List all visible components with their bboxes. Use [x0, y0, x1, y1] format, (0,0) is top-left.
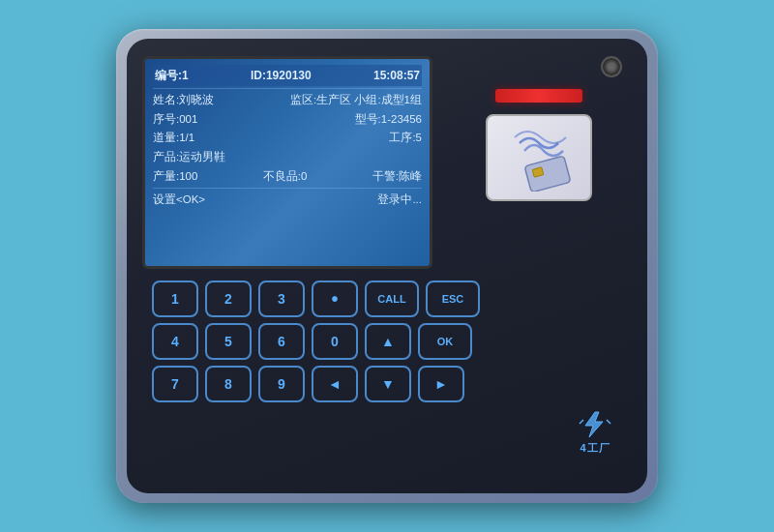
key-down[interactable]: ▼	[365, 366, 411, 402]
key-7[interactable]: 7	[152, 366, 198, 402]
screen-process: 工序:5	[389, 129, 422, 148]
screen-defect: 不良品:0	[263, 167, 308, 187]
keypad-row-3: 7 8 9 ◄ ▼ ►	[152, 366, 622, 402]
screen-row-1: 编号:1 ID:1920130 15:08:57	[153, 65, 422, 86]
key-dot[interactable]: •	[312, 281, 358, 317]
brand-text-label: 4工厂	[580, 441, 610, 456]
svg-line-4	[607, 420, 610, 424]
card-reader-inner	[500, 124, 578, 192]
screen-product: 产品:运动男鞋	[153, 148, 225, 167]
key-1[interactable]: 1	[152, 281, 198, 317]
red-indicator-strip	[495, 89, 582, 103]
right-panel	[446, 56, 632, 201]
brand-icon-svg	[578, 410, 612, 439]
device-outer: 编号:1 ID:1920130 15:08:57 姓名:刘晓波 监区:生产区 小…	[116, 29, 658, 503]
key-call[interactable]: CALL	[365, 281, 419, 317]
svg-rect-0	[524, 156, 571, 192]
screen-seq: 序号:001	[153, 110, 197, 130]
key-5[interactable]: 5	[205, 323, 252, 360]
screen-row-4: 道量:1/1 工序:5	[153, 129, 422, 148]
key-4[interactable]: 4	[152, 323, 198, 360]
screen-output: 产量:100	[153, 167, 197, 187]
camera-lens	[601, 56, 622, 77]
keypad-row-2: 4 5 6 0 ▲ OK	[152, 323, 622, 360]
svg-marker-2	[585, 412, 603, 437]
lcd-screen: 编号:1 ID:1920130 15:08:57 姓名:刘晓波 监区:生产区 小…	[142, 56, 432, 269]
screen-id-num: 编号:1	[155, 66, 189, 85]
key-esc[interactable]: ESC	[426, 281, 480, 317]
screen-name: 姓名:刘晓波	[153, 91, 214, 110]
key-ok[interactable]: OK	[418, 323, 472, 360]
key-0[interactable]: 0	[312, 323, 358, 360]
keypad-row-1: 1 2 3 • CALL ESC	[152, 281, 622, 317]
screen-row-6: 产量:100 不良品:0 干警:陈峰	[153, 167, 422, 187]
brand-logo: 4工厂	[578, 410, 612, 456]
screen-area: 监区:生产区 小组:成型1组	[290, 91, 422, 110]
card-reader	[486, 114, 592, 201]
key-right[interactable]: ►	[418, 366, 464, 402]
key-6[interactable]: 6	[258, 323, 305, 360]
screen-guard: 干警:陈峰	[372, 167, 422, 187]
screen-row-7: 设置<OK> 登录中...	[153, 191, 422, 210]
screen-model: 型号:1-23456	[355, 110, 422, 130]
svg-line-3	[580, 420, 583, 424]
screen-time: 15:08:57	[373, 66, 420, 85]
screen-id: ID:1920130	[251, 66, 312, 85]
key-3[interactable]: 3	[258, 281, 305, 317]
screen-qty: 道量:1/1	[153, 129, 194, 148]
key-9[interactable]: 9	[258, 366, 305, 402]
key-up[interactable]: ▲	[365, 323, 411, 360]
screen-row-5: 产品:运动男鞋	[153, 148, 422, 167]
screen-row-2: 姓名:刘晓波 监区:生产区 小组:成型1组	[153, 91, 422, 110]
screen-settings: 设置<OK>	[153, 191, 205, 210]
brand-area: 4工厂	[142, 410, 632, 456]
screen-row-3: 序号:001 型号:1-23456	[153, 110, 422, 130]
screen-status: 登录中...	[377, 191, 422, 210]
nfc-icon	[500, 124, 578, 192]
keypad-area: 1 2 3 • CALL ESC 4 5 6 0 ▲ OK 7 8 9 ◄	[142, 281, 632, 402]
key-8[interactable]: 8	[205, 366, 252, 402]
key-2[interactable]: 2	[205, 281, 252, 317]
top-section: 编号:1 ID:1920130 15:08:57 姓名:刘晓波 监区:生产区 小…	[142, 56, 632, 269]
key-left[interactable]: ◄	[312, 366, 358, 402]
device-body: 编号:1 ID:1920130 15:08:57 姓名:刘晓波 监区:生产区 小…	[127, 39, 647, 493]
